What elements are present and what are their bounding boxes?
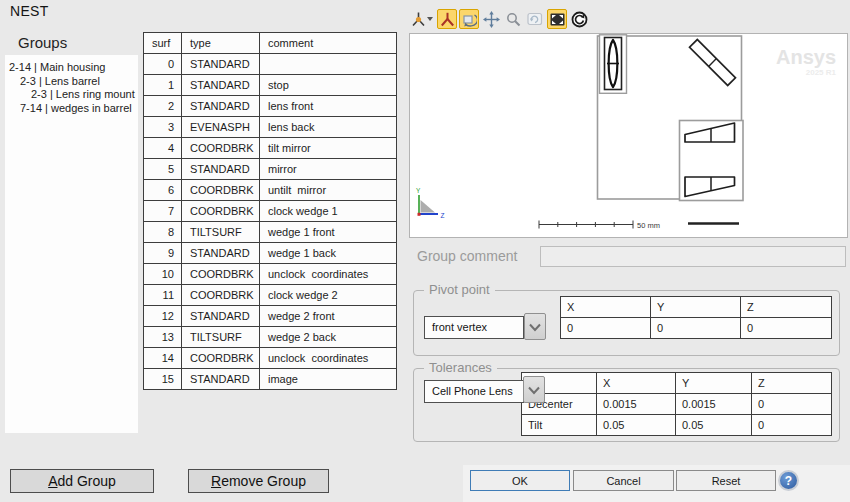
surface-row[interactable]: 3 EVENASPH lens back <box>144 117 397 138</box>
layout-viewport[interactable]: Ansys 2025 R1 <box>409 33 848 238</box>
tolerance-preset-dropdown-button[interactable] <box>523 376 545 403</box>
type-cell: STANDARD <box>182 75 260 96</box>
surface-row[interactable]: 8 TILTSURF wedge 1 front <box>144 222 397 243</box>
tol-col-z: Z <box>752 373 832 394</box>
comment-cell <box>260 54 397 75</box>
surface-row[interactable]: 1 STANDARD stop <box>144 75 397 96</box>
svg-text:Z: Z <box>441 212 445 219</box>
surface-row[interactable]: 4 COORDBRK tilt mirror <box>144 138 397 159</box>
group-item-main-housing[interactable]: 2-14 | Main housing <box>5 61 138 75</box>
rotate-icon[interactable] <box>437 9 457 29</box>
type-cell: STANDARD <box>182 306 260 327</box>
surface-row[interactable]: 13 TILTSURF wedge 2 back <box>144 327 397 348</box>
ansys-watermark: Ansys 2025 R1 <box>776 46 837 77</box>
tol-decenter-x[interactable]: 0.0015 <box>597 394 676 415</box>
surface-table-header: surf type comment <box>144 33 397 54</box>
fold-mirror-element <box>690 40 736 86</box>
surface-row[interactable]: 2 STANDARD lens front <box>144 96 397 117</box>
surface-row[interactable]: 0 STANDARD <box>144 54 397 75</box>
surface-row[interactable]: 5 STANDARD mirror <box>144 159 397 180</box>
surf-cell: 9 <box>144 243 182 264</box>
surface-row[interactable]: 10 COORDBRK unclock coordinates <box>144 264 397 285</box>
comment-cell: wedge 2 back <box>260 327 397 348</box>
type-cell: COORDBRK <box>182 264 260 285</box>
surface-row[interactable]: 11 COORDBRK clock wedge 2 <box>144 285 397 306</box>
group-item-lens-barrel[interactable]: 2-3 | Lens barrel <box>5 75 138 89</box>
surf-cell: 14 <box>144 348 182 369</box>
pivot-x-value[interactable]: 0 <box>561 318 651 339</box>
svg-text:2025 R1: 2025 R1 <box>806 68 837 77</box>
pivot-y-value[interactable]: 0 <box>651 318 741 339</box>
comment-cell: lens front <box>260 96 397 117</box>
type-cell: STANDARD <box>182 159 260 180</box>
fit-view-icon[interactable] <box>547 9 567 29</box>
orbit-icon[interactable] <box>459 9 479 29</box>
tol-tilt-y[interactable]: 0.05 <box>676 415 752 436</box>
pivot-z-value[interactable]: 0 <box>741 318 832 339</box>
pivot-point-table: X Y Z 0 0 0 <box>560 296 832 339</box>
help-button[interactable]: ? <box>778 470 799 491</box>
type-cell: TILTSURF <box>182 222 260 243</box>
surf-cell: 3 <box>144 117 182 138</box>
pivot-reference-dropdown-button[interactable] <box>524 313 546 340</box>
tolerance-preset-select[interactable]: Cell Phone Lens <box>424 380 524 403</box>
scale-label: 50 mm <box>637 221 660 230</box>
surf-cell: 6 <box>144 180 182 201</box>
surf-cell: 12 <box>144 306 182 327</box>
pivot-col-y: Y <box>651 297 741 318</box>
groups-listbox[interactable]: 2-14 | Main housing 2-3 | Lens barrel 2-… <box>5 55 138 433</box>
tol-decenter-z[interactable]: 0 <box>752 394 832 415</box>
surf-cell: 2 <box>144 96 182 117</box>
tol-decenter-y[interactable]: 0.0015 <box>676 394 752 415</box>
type-cell: COORDBRK <box>182 201 260 222</box>
cancel-button[interactable]: Cancel <box>573 470 674 491</box>
group-item-wedges-in-barrel[interactable]: 7-14 | wedges in barrel <box>5 102 138 116</box>
reset-view-icon[interactable] <box>569 9 589 29</box>
comment-cell: clock wedge 2 <box>260 285 397 306</box>
surface-row[interactable]: 6 COORDBRK untilt mirror <box>144 180 397 201</box>
undo-view-icon[interactable] <box>525 9 545 29</box>
type-cell: TILTSURF <box>182 327 260 348</box>
reset-button[interactable]: Reset <box>676 470 776 491</box>
surface-row[interactable]: 15 STANDARD image <box>144 369 397 390</box>
pivot-reference-select[interactable]: front vertex <box>424 316 524 339</box>
surface-row[interactable]: 12 STANDARD wedge 2 front <box>144 306 397 327</box>
comment-cell: mirror <box>260 159 397 180</box>
tol-tilt-x[interactable]: 0.05 <box>597 415 676 436</box>
surf-cell: 15 <box>144 369 182 390</box>
nest-dialog: NEST Groups 2-14 | Main housing 2-3 | Le… <box>0 0 850 502</box>
surface-row[interactable]: 14 COORDBRK unclock coordinates <box>144 348 397 369</box>
type-cell: EVENASPH <box>182 117 260 138</box>
type-cell: COORDBRK <box>182 285 260 306</box>
tol-col-y: Y <box>676 373 752 394</box>
orientation-axes-icon[interactable] <box>409 9 435 29</box>
chevron-down-icon <box>427 17 433 21</box>
group-comment-label: Group comment <box>417 248 517 264</box>
add-group-button[interactable]: Add Group <box>10 469 154 493</box>
type-cell: COORDBRK <box>182 348 260 369</box>
surf-cell: 13 <box>144 327 182 348</box>
comment-cell: tilt mirror <box>260 138 397 159</box>
pivot-point-legend: Pivot point <box>424 282 495 297</box>
surface-row[interactable]: 9 STANDARD wedge 1 back <box>144 243 397 264</box>
remove-group-button[interactable]: Remove Group <box>188 469 329 493</box>
ok-button[interactable]: OK <box>470 470 570 491</box>
pan-icon[interactable] <box>481 9 501 29</box>
comment-cell: clock wedge 1 <box>260 201 397 222</box>
group-comment-input[interactable] <box>540 246 846 267</box>
zoom-icon[interactable] <box>503 9 523 29</box>
window-title: NEST <box>10 3 49 19</box>
surface-row[interactable]: 7 COORDBRK clock wedge 1 <box>144 201 397 222</box>
groups-heading: Groups <box>18 34 67 51</box>
comment-cell: wedge 1 front <box>260 222 397 243</box>
viewport-toolbar <box>409 9 589 29</box>
type-cell: COORDBRK <box>182 138 260 159</box>
comment-cell: untilt mirror <box>260 180 397 201</box>
tol-tilt-z[interactable]: 0 <box>752 415 832 436</box>
tolerances-table: X Y Z Decenter 0.0015 0.0015 0 Tilt 0.05… <box>521 372 832 436</box>
group-item-lens-ring-mount[interactable]: 2-3 | Lens ring mount <box>5 88 138 102</box>
question-mark-icon: ? <box>785 474 792 488</box>
chevron-down-icon <box>528 322 542 332</box>
surf-cell: 5 <box>144 159 182 180</box>
type-cell: COORDBRK <box>182 180 260 201</box>
